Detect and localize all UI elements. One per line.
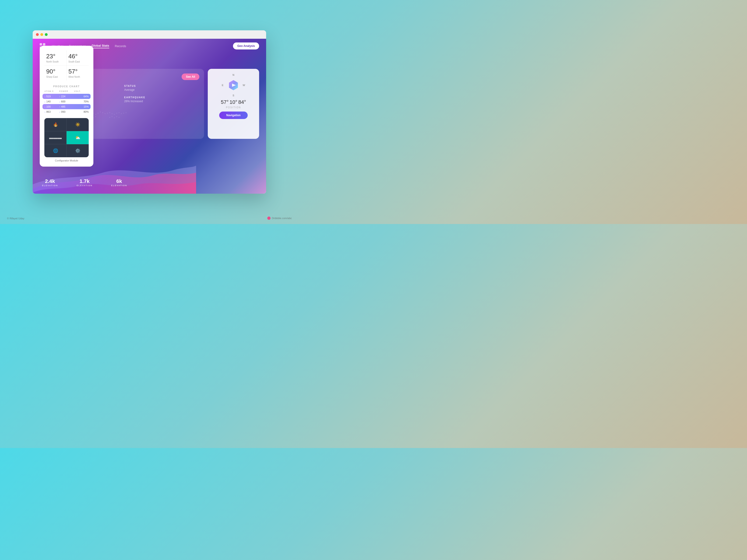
svg-point-19: [102, 112, 103, 113]
svg-point-21: [107, 113, 108, 114]
produce-row-2: ↓ 100 ↑ 485 15%: [43, 104, 91, 109]
compass-n: N: [232, 74, 234, 76]
compass-w: W: [243, 84, 245, 86]
arrow-icon-2: ↓: [44, 105, 46, 108]
produce-title: PRODUCE CHART: [44, 85, 89, 88]
svg-point-42: [111, 116, 112, 117]
browser-content: 23° North South 46° South East 90° Sharp…: [33, 39, 266, 194]
elevation-item-2: 6k ELEVATION: [111, 178, 127, 187]
volt-val-3: 80%: [74, 110, 89, 113]
config-cell-globe[interactable]: 🌐: [44, 144, 67, 157]
config-cell-settings[interactable]: ⚙️: [67, 144, 89, 157]
globe-icon: 🌐: [53, 148, 58, 153]
stat-item-3: 57° West North: [67, 65, 89, 80]
condition-label-3: EARTHQUAKE: [124, 96, 199, 99]
produce-section: PRODUCE CHART ATOM F. POWER VOLT. ↓ 519 …: [44, 85, 89, 114]
stat-item-1: 46° South East: [67, 50, 89, 65]
arrow-icon-p1: ↓: [59, 100, 60, 103]
power-val-1: ↓ 600: [59, 100, 74, 103]
power-val-2: ↑ 485: [59, 105, 74, 108]
fire-icon: 🔥: [53, 122, 58, 127]
logo-dot-1: [40, 43, 42, 46]
cloud-icon: ⛅: [75, 135, 80, 140]
produce-headers: ATOM F. POWER VOLT.: [44, 90, 89, 92]
arrow-icon-p0: ↑: [59, 95, 60, 98]
svg-point-25: [116, 113, 117, 114]
elev-val-1: 1.7k: [77, 178, 93, 184]
pos-val-0: 57°: [221, 99, 229, 105]
stat-label-3: West North: [69, 76, 87, 78]
svg-point-17: [98, 113, 99, 114]
dribbble-icon: [267, 216, 271, 220]
produce-row-0: ↓ 519 ↑ 224 64%: [43, 94, 91, 99]
config-cell-fire[interactable]: 🔥: [44, 118, 67, 131]
elevation-item-1: 1.7k ELEVATION: [77, 178, 93, 187]
bar-icon: ▬▬▬: [49, 135, 62, 140]
svg-point-40: [95, 116, 96, 117]
volt-val-1: 70%: [74, 100, 89, 103]
geo-analysis-button[interactable]: Geo Analysis: [233, 43, 259, 50]
svg-point-18: [100, 111, 101, 112]
arrow-icon-0: ↓: [44, 95, 46, 98]
compass-e: E: [222, 84, 224, 86]
sun-icon: ☀️: [75, 122, 80, 127]
elevation-item-0: 2.4k ELEVATION: [42, 178, 58, 187]
elev-val-0: 2.4k: [42, 178, 58, 184]
browser-titlebar: [33, 30, 266, 39]
produce-header-0: ATOM F.: [44, 90, 59, 92]
atom-val-2: ↓ 100: [44, 105, 59, 108]
elev-label-2: ELEVATION: [111, 184, 127, 187]
elev-label-1: ELEVATION: [77, 184, 93, 187]
svg-point-26: [119, 112, 120, 113]
config-grid: 🔥 ☀️ ▬▬▬ ⛅ 🌐: [44, 118, 89, 157]
arrow-icon-p3: ↓: [59, 110, 60, 113]
configurator-label: Configurator Module: [44, 159, 89, 162]
arrow-icon-1: ↓: [44, 100, 46, 103]
compass-wrap: N S E W: [222, 74, 245, 97]
navigation-button[interactable]: Navigation: [219, 111, 248, 119]
maximize-dot[interactable]: [45, 33, 48, 36]
arrow-icon-p2: ↑: [59, 105, 60, 108]
power-val-3: ↓ 093: [59, 110, 74, 113]
config-cell-cloud[interactable]: ⛅: [67, 131, 89, 144]
watermark-left: © Rifayet Uday: [7, 217, 24, 220]
svg-point-28: [123, 113, 124, 114]
compass-hex-svg: [227, 79, 239, 91]
position-label: POSITION: [226, 106, 241, 109]
svg-point-45: [119, 117, 120, 118]
see-all-button[interactable]: See All: [182, 74, 199, 80]
browser-window: 23° North South 46° South East 90° Sharp…: [33, 30, 266, 194]
stats-grid: 23° North South 46° South East 90° Sharp…: [44, 50, 89, 80]
elev-label-0: ELEVATION: [42, 184, 58, 187]
nav-link-global-stats[interactable]: Global Stats: [92, 44, 109, 48]
left-panel: 23° North South 46° South East 90° Sharp…: [40, 46, 93, 167]
arrow-icon-3: ↓: [44, 110, 46, 113]
position-values: 57° 10° 84°: [221, 99, 246, 105]
produce-row-1: ↓ 140 ↓ 600 70%: [44, 99, 89, 104]
stat-label-0: North South: [46, 60, 65, 63]
svg-point-41: [109, 117, 110, 118]
settings-icon: ⚙️: [75, 148, 80, 153]
config-cell-bar[interactable]: ▬▬▬: [44, 131, 67, 144]
stat-value-3: 57°: [69, 68, 87, 75]
svg-point-29: [126, 112, 127, 113]
stat-item-2: 90° Sharp East: [44, 65, 67, 80]
compass-s: S: [232, 94, 234, 97]
atom-val-1: ↓ 140: [44, 100, 59, 103]
logo-dot-2: [43, 43, 45, 46]
produce-header-1: POWER: [59, 90, 74, 92]
nav-link-records[interactable]: Records: [115, 44, 126, 48]
svg-point-27: [121, 113, 122, 114]
condition-label-1: STATUS: [124, 85, 199, 87]
svg-point-22: [109, 112, 110, 113]
elev-val-2: 6k: [111, 178, 127, 184]
power-val-0: ↑ 224: [59, 95, 74, 98]
minimize-dot[interactable]: [41, 33, 43, 36]
config-cell-sun[interactable]: ☀️: [67, 118, 89, 131]
stat-item-0: 23° North South: [44, 50, 67, 65]
close-dot[interactable]: [36, 33, 39, 36]
stat-value-1: 46°: [69, 53, 87, 60]
stat-label-2: Sharp East: [46, 76, 65, 78]
pos-val-2: 84°: [238, 99, 246, 105]
elevation-row: 2.4k ELEVATION 1.7k ELEVATION 6k ELEVATI…: [33, 178, 136, 194]
